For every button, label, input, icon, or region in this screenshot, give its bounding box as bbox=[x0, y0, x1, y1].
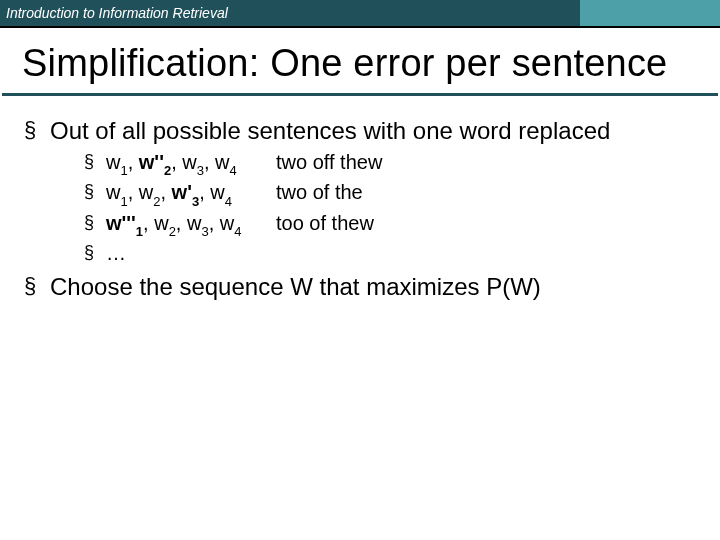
sub-bullet-1-notation: w1, w''2, w3, w4 bbox=[106, 150, 276, 178]
header-accent bbox=[580, 0, 720, 26]
sub-bullet-4: … bbox=[50, 241, 700, 266]
slide: Introduction to Information Retrieval Si… bbox=[0, 0, 720, 540]
sub-bullet-3-example: too of thew bbox=[276, 211, 374, 239]
sub-bullet-2-example: two of the bbox=[276, 180, 363, 208]
slide-body: Out of all possible sentences with one w… bbox=[0, 96, 720, 302]
sub-bullet-3-notation: w'''1, w2, w3, w4 bbox=[106, 211, 276, 239]
sub-bullet-1-example: two off thew bbox=[276, 150, 382, 178]
sub-bullet-4-text: … bbox=[106, 241, 276, 266]
course-title: Introduction to Information Retrieval bbox=[0, 5, 228, 21]
sub-bullet-list: w1, w''2, w3, w4 two off thew w1, w2, w'… bbox=[50, 150, 700, 266]
bullet-1-text: Out of all possible sentences with one w… bbox=[50, 117, 610, 144]
header-bar: Introduction to Information Retrieval bbox=[0, 0, 720, 26]
bullet-2: Choose the sequence W that maximizes P(W… bbox=[20, 272, 700, 302]
sub-bullet-3: w'''1, w2, w3, w4 too of thew bbox=[50, 211, 700, 239]
bullet-1: Out of all possible sentences with one w… bbox=[20, 116, 700, 266]
slide-title: Simplification: One error per sentence bbox=[0, 28, 720, 93]
bullet-2-text: Choose the sequence W that maximizes P(W… bbox=[50, 273, 541, 300]
sub-bullet-2-notation: w1, w2, w'3, w4 bbox=[106, 180, 276, 208]
bullet-list: Out of all possible sentences with one w… bbox=[20, 116, 700, 302]
sub-bullet-2: w1, w2, w'3, w4 two of the bbox=[50, 180, 700, 208]
sub-bullet-1: w1, w''2, w3, w4 two off thew bbox=[50, 150, 700, 178]
